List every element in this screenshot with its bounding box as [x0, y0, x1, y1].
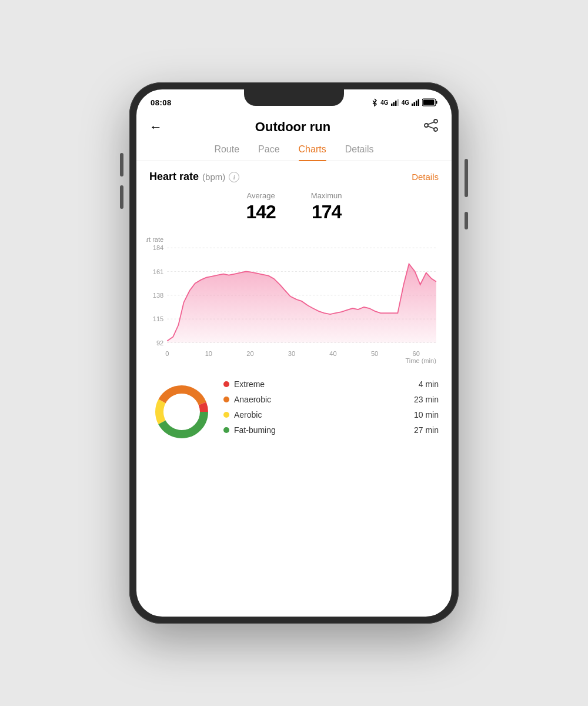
zones-list: Extreme 4 min Anaerobic 23 min Aerobic 1… — [223, 379, 439, 441]
extreme-label: Extreme — [234, 379, 410, 389]
stats-row: Average 142 Maximun 174 — [136, 188, 452, 231]
volume-down-button[interactable] — [120, 185, 123, 209]
svg-point-13 — [434, 128, 437, 131]
x-label-40: 40 — [329, 350, 336, 357]
y-value-161: 161 — [153, 268, 163, 275]
share-icon — [423, 119, 439, 132]
average-label: Average — [246, 191, 275, 200]
bluetooth-icon — [371, 98, 378, 106]
list-item: Aerobic 10 min — [223, 410, 439, 419]
y-label-title: Heart rate — [146, 236, 163, 243]
battery-icon — [422, 98, 437, 106]
chart-svg: Heart rate 184 161 138 115 92 — [146, 231, 442, 368]
section-title-text: Heart rate — [149, 171, 199, 183]
x-label-0: 0 — [165, 350, 169, 357]
x-label-10: 10 — [205, 350, 212, 357]
section-title-group: Heart rate (bpm) i — [149, 171, 239, 183]
phone-frame: 08:08 4G 4G — [129, 82, 459, 624]
maximum-value: 174 — [311, 201, 342, 223]
anaerobic-dot — [223, 397, 229, 402]
power-button[interactable] — [465, 159, 468, 197]
y-value-115: 115 — [153, 315, 163, 322]
network-4g2-icon: 4G — [402, 99, 409, 106]
x-label-30: 30 — [288, 350, 295, 357]
svg-rect-3 — [397, 99, 399, 106]
list-item: Fat-buming 27 min — [223, 425, 439, 435]
svg-rect-1 — [393, 102, 395, 106]
svg-rect-4 — [412, 104, 413, 106]
svg-rect-0 — [391, 104, 393, 106]
x-label-20: 20 — [246, 350, 253, 357]
tab-pace[interactable]: Pace — [258, 144, 279, 161]
tab-bar: Route Pace Charts Details — [136, 141, 452, 161]
stat-maximum: Maximun 174 — [311, 191, 342, 223]
x-label-60: 60 — [412, 350, 419, 357]
phone-screen: 08:08 4G 4G — [136, 89, 452, 617]
svg-rect-10 — [423, 100, 435, 105]
fatburning-label: Fat-buming — [234, 425, 409, 435]
section-header: Heart rate (bpm) i Details — [136, 161, 452, 188]
fatburning-dot — [223, 427, 229, 433]
svg-point-12 — [434, 119, 437, 123]
fatburning-time: 27 min — [414, 425, 439, 435]
app-header: ← Outdoor run — [136, 111, 452, 141]
maximum-label: Maximun — [311, 191, 342, 200]
aerobic-time: 10 min — [414, 410, 439, 419]
y-value-138: 138 — [153, 292, 163, 299]
section-unit: (bpm) — [202, 172, 225, 182]
zones-section: Extreme 4 min Anaerobic 23 min Aerobic 1… — [136, 370, 452, 444]
status-icons: 4G 4G — [371, 98, 437, 106]
chart-area-fill — [167, 264, 436, 342]
svg-rect-2 — [395, 101, 397, 106]
notch — [244, 89, 344, 106]
svg-rect-6 — [416, 101, 417, 106]
svg-point-11 — [425, 124, 428, 127]
y-value-184: 184 — [153, 244, 163, 251]
tab-route[interactable]: Route — [214, 144, 239, 161]
list-item: Extreme 4 min — [223, 379, 439, 389]
anaerobic-time: 23 min — [414, 395, 439, 404]
extreme-dot — [223, 381, 229, 387]
aerobic-dot — [223, 412, 229, 418]
svg-rect-5 — [414, 102, 416, 106]
page-title: Outdoor run — [255, 119, 330, 135]
y-value-92: 92 — [156, 339, 163, 347]
details-link[interactable]: Details — [412, 172, 439, 182]
average-value: 142 — [246, 201, 275, 223]
network-4g-icon: 4G — [380, 99, 388, 106]
content-area: Heart rate (bpm) i Details Average 142 M… — [136, 161, 452, 617]
status-time: 08:08 — [151, 98, 172, 107]
volume-up-button[interactable] — [120, 153, 123, 176]
share-button[interactable] — [423, 119, 439, 135]
x-label-50: 50 — [371, 350, 378, 357]
back-button[interactable]: ← — [149, 119, 162, 135]
svg-line-14 — [428, 122, 434, 125]
svg-rect-7 — [418, 99, 420, 106]
aerobic-label: Aerobic — [234, 410, 409, 419]
info-icon[interactable]: i — [229, 172, 239, 182]
x-axis-label: Time (min) — [405, 357, 436, 364]
donut-chart — [149, 379, 214, 444]
list-item: Anaerobic 23 min — [223, 395, 439, 404]
signal-bars-icon — [391, 99, 399, 106]
svg-rect-9 — [436, 101, 437, 104]
heart-rate-chart: Heart rate 184 161 138 115 92 — [136, 231, 452, 370]
extreme-time: 4 min — [415, 379, 439, 389]
svg-line-15 — [428, 126, 434, 129]
signal-bars2-icon — [412, 99, 420, 106]
tab-charts[interactable]: Charts — [299, 144, 326, 161]
anaerobic-label: Anaerobic — [234, 395, 409, 404]
power-button2[interactable] — [465, 212, 468, 229]
tab-details[interactable]: Details — [345, 144, 374, 161]
stat-average: Average 142 — [246, 191, 275, 223]
